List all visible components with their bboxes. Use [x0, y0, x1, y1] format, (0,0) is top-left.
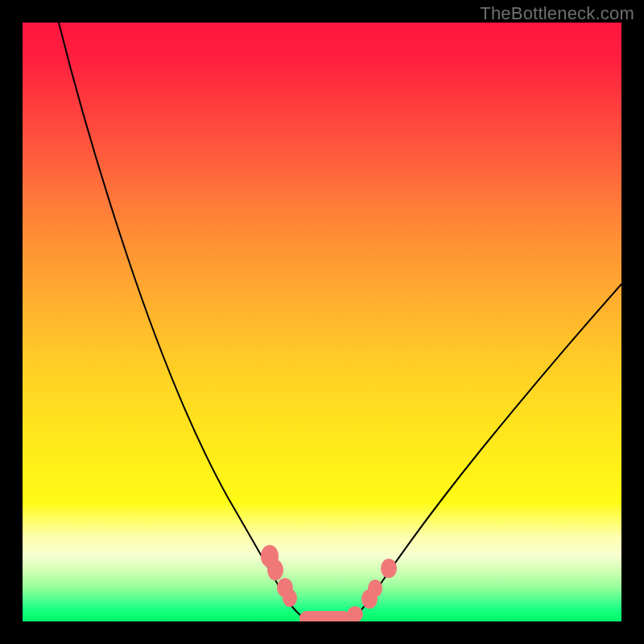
watermark-text: TheBottleneck.com: [480, 3, 634, 24]
chart-svg: [23, 23, 621, 621]
left-curve: [59, 23, 304, 618]
marker-bead: [267, 559, 283, 580]
marker-bead: [283, 589, 297, 607]
marker-bead: [347, 606, 363, 621]
outer-frame: TheBottleneck.com: [0, 0, 644, 644]
marker-bead: [381, 559, 397, 578]
plot-area: [23, 23, 621, 621]
marker-bead: [368, 580, 382, 597]
marker-pill: [299, 611, 351, 621]
